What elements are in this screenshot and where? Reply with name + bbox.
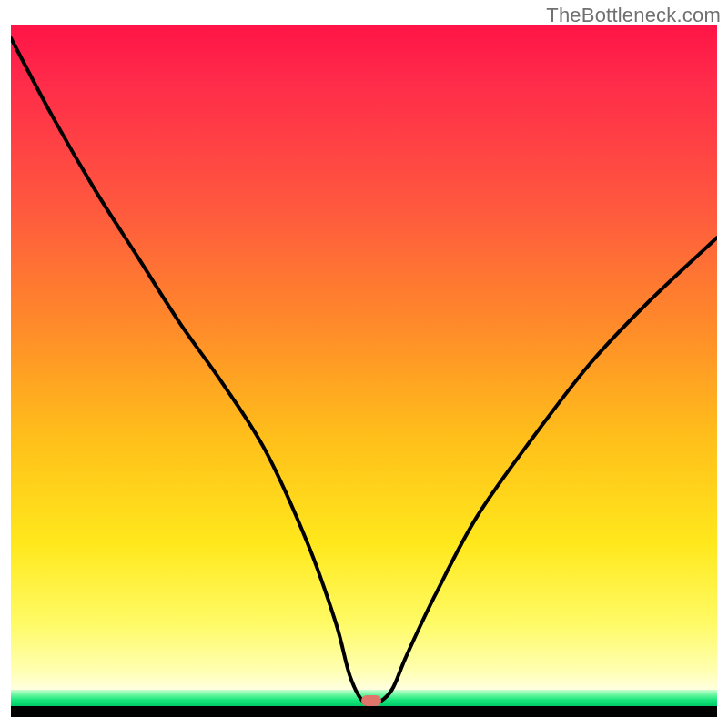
plot-frame — [11, 25, 717, 717]
chart-container: TheBottleneck.com — [0, 0, 728, 728]
watermark-text: TheBottleneck.com — [546, 4, 721, 27]
bottleneck-curve — [11, 25, 717, 717]
bottleneck-marker — [361, 695, 381, 706]
